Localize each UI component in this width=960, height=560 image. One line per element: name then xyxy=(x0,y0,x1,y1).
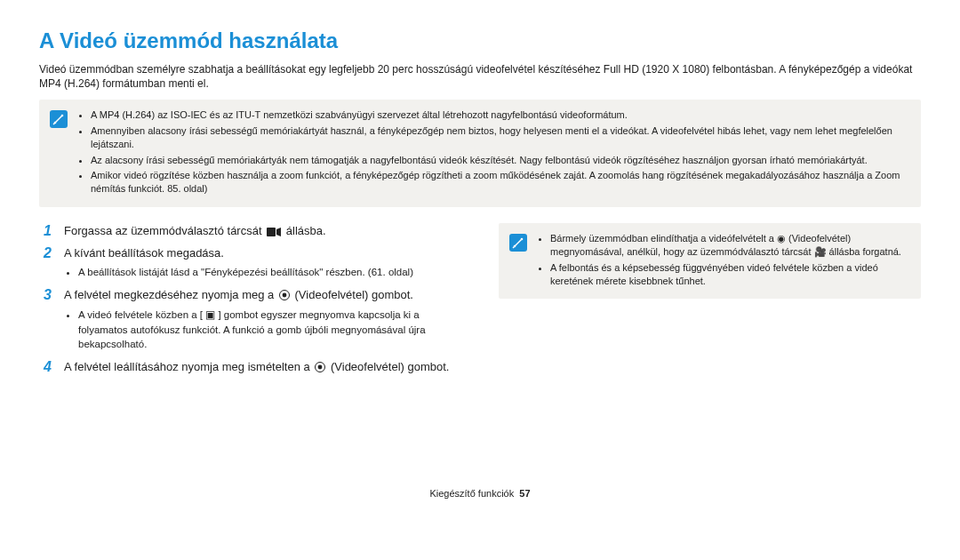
document-page: A Videó üzemmód használata Videó üzemmód… xyxy=(0,0,960,513)
step-number: 1 xyxy=(39,223,52,240)
step-body: Forgassa az üzemmódválasztó tárcsát állá… xyxy=(64,223,326,240)
svg-point-1 xyxy=(61,115,64,117)
svg-point-7 xyxy=(318,365,323,370)
step-sub-item: A beállítások listáját lásd a "Fényképez… xyxy=(78,265,413,280)
record-icon xyxy=(279,290,290,300)
footer-label: Kiegészítő funkciók xyxy=(429,488,514,499)
note-item: A MP4 (H.264) az ISO-IEC és az ITU-T nem… xyxy=(91,108,910,122)
note-item: A felbontás és a képsebesség függvényébe… xyxy=(550,261,910,289)
step-2: 2 A kívánt beállítások megadása. A beáll… xyxy=(39,245,461,283)
svg-point-2 xyxy=(54,122,57,124)
note-item: Az alacsony írási sebességű memóriakárty… xyxy=(91,154,910,167)
note-icon xyxy=(509,234,529,253)
svg-rect-3 xyxy=(267,228,276,236)
step-number: 4 xyxy=(39,359,52,376)
page-title: A Videó üzemmód használata xyxy=(39,28,921,53)
page-footer: Kiegészítő funkciók 57 xyxy=(39,488,921,499)
top-note-list: A MP4 (H.264) az ISO-IEC és az ITU-T nem… xyxy=(75,108,910,197)
page-number: 57 xyxy=(519,488,530,499)
step-number: 3 xyxy=(39,287,52,354)
step-body: A felvétel megkezdéséhez nyomja meg a (V… xyxy=(64,287,461,354)
step-text-post: (Videofelvétel) gombot. xyxy=(292,288,413,301)
step-text-pre: Forgassa az üzemmódválasztó tárcsát xyxy=(64,224,265,237)
step-text-post: állásba. xyxy=(283,224,325,237)
step-text-pre: A felvétel megkezdéséhez nyomja meg a xyxy=(64,288,277,301)
step-body: A felvétel leállításához nyomja meg ismé… xyxy=(64,359,449,376)
step-1: 1 Forgassa az üzemmódválasztó tárcsát ál… xyxy=(39,223,461,240)
step-4: 4 A felvétel leállításához nyomja meg is… xyxy=(39,359,461,376)
right-column: Bármely üzemmódban elindíthatja a videóf… xyxy=(499,223,921,381)
step-sub-list: A beállítások listáját lásd a "Fényképez… xyxy=(64,265,413,280)
record-icon xyxy=(315,362,325,372)
left-column: 1 Forgassa az üzemmódválasztó tárcsát ál… xyxy=(39,223,461,381)
right-note-box: Bármely üzemmódban elindíthatja a videóf… xyxy=(499,223,921,300)
svg-point-9 xyxy=(521,237,524,240)
step-sub-list: A videó felvétele közben a [ ▣ ] gombot … xyxy=(64,308,461,352)
svg-point-5 xyxy=(283,293,287,298)
step-body: A kívánt beállítások megadása. A beállít… xyxy=(64,245,413,283)
step-text-pre: A felvétel leállításához nyomja meg ismé… xyxy=(64,360,313,373)
note-item: Bármely üzemmódban elindíthatja a videóf… xyxy=(550,232,910,260)
step-text-pre: A kívánt beállítások megadása. xyxy=(64,246,224,260)
video-mode-icon xyxy=(267,228,281,236)
right-note-list: Bármely üzemmódban elindíthatja a videóf… xyxy=(534,232,910,291)
columns: 1 Forgassa az üzemmódválasztó tárcsát ál… xyxy=(39,223,921,381)
note-item: Amikor videó rögzítése közben használja … xyxy=(91,169,910,196)
step-number: 2 xyxy=(39,245,52,283)
note-icon xyxy=(50,110,69,130)
top-note-box: A MP4 (H.264) az ISO-IEC és az ITU-T nem… xyxy=(39,100,921,206)
svg-point-10 xyxy=(514,244,516,247)
note-item: Amennyiben alacsony írási sebességű memó… xyxy=(91,124,910,152)
step-3: 3 A felvétel megkezdéséhez nyomja meg a … xyxy=(39,287,461,354)
step-text-post: (Videofelvétel) gombot. xyxy=(327,360,449,373)
intro-paragraph: Videó üzemmódban személyre szabhatja a b… xyxy=(39,62,921,91)
step-sub-item: A videó felvétele közben a [ ▣ ] gombot … xyxy=(78,308,461,352)
